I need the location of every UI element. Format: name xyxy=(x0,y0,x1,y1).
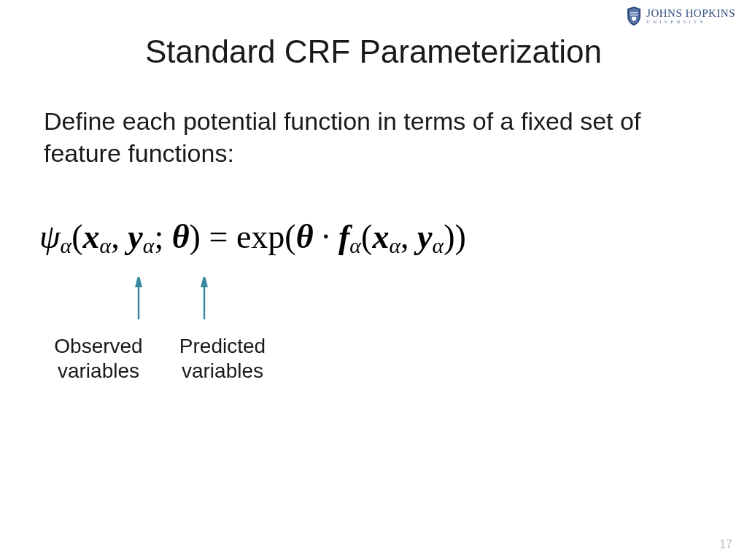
logo-name: JOHNS HOPKINS xyxy=(646,8,735,19)
alpha-sub: α xyxy=(143,233,155,257)
shield-icon xyxy=(626,6,642,26)
label-observed: Observed variables xyxy=(44,334,153,383)
university-logo: JOHNS HOPKINS UNIVERSITY xyxy=(626,6,735,26)
alpha-sub: α xyxy=(100,233,112,257)
logo-subtitle: UNIVERSITY xyxy=(646,20,735,25)
y-var: y xyxy=(417,218,432,255)
page-number: 17 xyxy=(719,538,732,551)
theta: θ xyxy=(296,218,314,255)
arrow-predicted xyxy=(197,277,212,321)
alpha-sub: α xyxy=(61,233,72,257)
y-var: y xyxy=(128,218,142,255)
alpha-sub: α xyxy=(389,233,400,257)
x-var: x xyxy=(83,218,100,255)
annotation-arrows: Observed variables Predicted variables xyxy=(44,277,336,401)
svg-rect-0 xyxy=(630,12,638,13)
arrow-observed xyxy=(131,277,146,321)
equation: ψα(xα, yα; θ) = exp(θ · fα(xα, yα)) xyxy=(39,217,466,258)
psi: ψ xyxy=(39,218,61,255)
x-var: x xyxy=(372,218,389,255)
exp: exp xyxy=(236,218,285,255)
alpha-sub: α xyxy=(349,233,361,257)
slide-title: Standard CRF Parameterization xyxy=(0,34,747,70)
intro-text: Define each potential function in terms … xyxy=(44,105,659,169)
svg-rect-1 xyxy=(630,15,638,15)
equals: = xyxy=(201,218,236,255)
logo-text: JOHNS HOPKINS UNIVERSITY xyxy=(646,8,735,25)
theta: θ xyxy=(172,218,190,255)
label-predicted: Predicted variables xyxy=(168,334,277,383)
alpha-sub: α xyxy=(433,233,444,257)
f-var: f xyxy=(338,218,349,255)
